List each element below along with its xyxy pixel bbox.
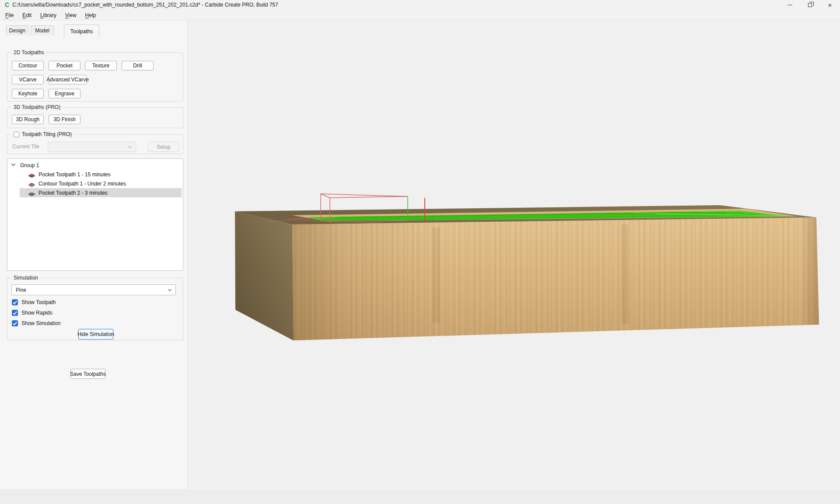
minimize-icon [788,5,792,5]
carbide-create-logo-icon: C [4,1,10,8]
menu-view[interactable]: View [62,11,80,20]
menu-bar: File Edit Library View Help [0,10,840,21]
keyhole-button[interactable]: Keyhole [12,89,44,98]
group-simulation: Simulation Pine Show Toolpath [7,278,183,340]
toolpath-tiling-label: Toolpath Tiling (PRO) [22,131,72,137]
group-3d-toolpaths-title: 3D Toolpaths (PRO) [12,104,62,110]
texture-button[interactable]: Texture [85,61,117,70]
group-2d-toolpaths-title: 2D Toolpaths [12,49,46,56]
close-button[interactable]: × [820,0,840,10]
group-simulation-title: Simulation [12,275,40,281]
show-toolpath-checkbox[interactable] [12,299,18,305]
setup-button[interactable]: Setup [148,142,179,152]
tree-item-contour-toolpath-1[interactable]: Contour Toolpath 1 - Under 2 minutes [8,179,182,188]
toolpath-icon [28,171,35,178]
chevron-down-icon[interactable] [11,163,16,166]
tree-group-label: Group 1 [20,162,39,168]
chevron-down-icon [168,289,172,291]
chevron-down-icon [128,146,132,148]
check-icon [12,320,18,326]
tab-model[interactable]: Model [31,25,54,35]
close-icon: × [828,2,832,8]
group-2d-toolpaths: 2D Toolpaths Contour Pocket Texture Dril… [7,52,183,102]
menu-library[interactable]: Library [37,11,60,20]
material-select[interactable]: Pine [11,284,176,295]
show-rapids-checkbox[interactable] [12,310,18,316]
contour-button[interactable]: Contour [12,61,44,70]
menu-help[interactable]: Help [82,11,100,20]
group-toolpath-tiling: Toolpath Tiling (PRO) Current Tile Setup [7,134,183,154]
3d-rough-button[interactable]: 3D Rough [12,115,44,124]
tab-design[interactable]: Design [6,25,28,35]
show-rapids-row[interactable]: Show Rapids [12,309,52,316]
hide-simulation-button[interactable]: Hide Simulation [78,329,113,340]
material-selected-value: Pine [16,287,26,293]
tree-item-pocket-toolpath-1[interactable]: Pocket Toolpath 1 - 15 minutes [8,170,182,179]
check-icon [12,310,18,316]
toolpath-panel: Design Model Toolpaths 2D Toolpaths Cont… [0,21,188,490]
block-left-face [235,211,293,340]
pocket-button[interactable]: Pocket [49,61,80,70]
current-tile-select[interactable] [48,142,136,152]
3d-finish-button[interactable]: 3D Finish [49,115,80,124]
menu-edit[interactable]: Edit [19,11,35,20]
show-simulation-row[interactable]: Show Simulation [12,320,60,327]
advanced-vcarve-button[interactable]: Advanced VCarve [49,75,87,84]
group-3d-toolpaths: 3D Toolpaths (PRO) 3D Rough 3D Finish [7,107,183,128]
restore-icon [808,3,812,7]
toolpath-icon [28,189,35,196]
current-tile-label: Current Tile [12,144,39,150]
carbide-create-window: C C:/Users/willa/Downloads/cc7_pocket_wi… [0,0,840,504]
tree-item-pocket-toolpath-2[interactable]: Pocket Toolpath 2 - 3 minutes [8,188,182,197]
menu-file[interactable]: File [2,11,17,20]
check-icon [12,299,18,305]
toolpath-icon [28,180,35,187]
tree-group-row[interactable]: Group 1 [8,161,182,170]
window-title: C:/Users/willa/Downloads/cc7_pocket_with… [12,2,278,8]
restore-button[interactable] [800,0,820,10]
tab-toolpaths[interactable]: Toolpaths [64,24,99,38]
drill-button[interactable]: Drill [122,61,154,70]
save-toolpaths-button[interactable]: Save Toolpaths [70,369,105,379]
engrave-button[interactable]: Engrave [49,89,80,98]
title-bar: C C:/Users/willa/Downloads/cc7_pocket_wi… [0,0,840,10]
stock-block [235,205,819,340]
show-simulation-checkbox[interactable] [12,320,18,326]
vcarve-button[interactable]: VCarve [12,75,44,84]
toolpath-tiling-checkbox[interactable] [14,132,19,137]
show-toolpath-row[interactable]: Show Toolpath [12,299,56,306]
toolpath-tree: Group 1 Pocket Toolpath 1 - 15 minutes [7,158,183,271]
minimize-button[interactable] [780,0,800,10]
